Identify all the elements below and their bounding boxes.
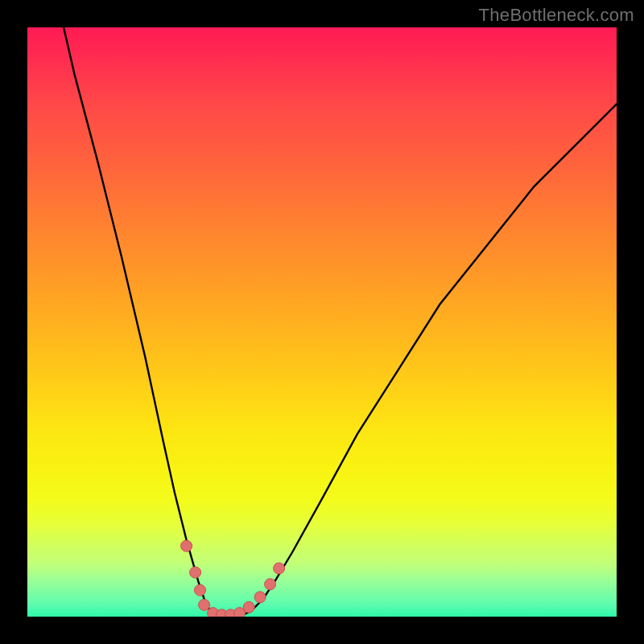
curve-marker	[195, 584, 206, 596]
outer-frame: TheBottleneck.com	[0, 0, 644, 644]
bottleneck-curve	[57, 27, 617, 617]
curve-marker	[274, 563, 285, 574]
curve-marker	[199, 599, 210, 610]
watermark-text: TheBottleneck.com	[479, 5, 634, 26]
curve-markers	[181, 540, 285, 617]
curve-marker	[265, 579, 276, 590]
curve-marker	[190, 567, 201, 578]
curve-marker	[181, 540, 192, 551]
curve-marker	[254, 592, 266, 603]
plot-area	[27, 27, 617, 617]
chart-svg	[27, 27, 617, 617]
curve-marker	[243, 601, 254, 613]
